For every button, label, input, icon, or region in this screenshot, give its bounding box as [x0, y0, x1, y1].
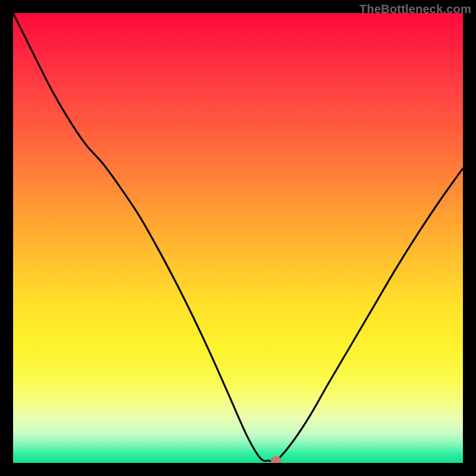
chart-frame: TheBottleneck.com — [0, 0, 476, 476]
curve-svg — [13, 13, 463, 463]
bottleneck-curve — [13, 13, 463, 462]
watermark-label: TheBottleneck.com — [359, 2, 471, 16]
plot-area — [13, 13, 463, 463]
optimal-point-marker — [271, 456, 281, 463]
